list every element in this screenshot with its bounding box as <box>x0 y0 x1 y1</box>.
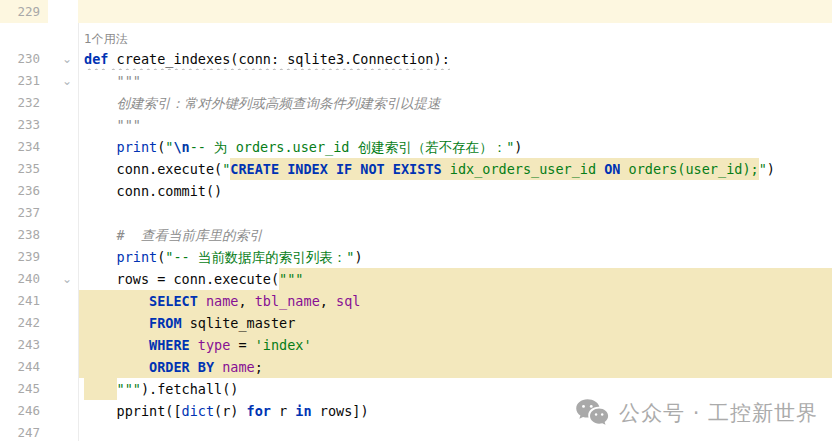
line-number[interactable]: 241 <box>0 290 48 312</box>
line-number[interactable]: 238 <box>0 224 48 246</box>
code-line: 241 SELECT name, tbl_name, sql <box>0 290 832 312</box>
line-number[interactable]: 236 <box>0 180 48 202</box>
fold-gutter <box>48 136 78 158</box>
code-token <box>190 334 198 356</box>
code-token: name <box>206 290 239 312</box>
code-text[interactable]: # 查看当前库里的索引 <box>78 224 832 246</box>
code-text[interactable]: print("\n-- 为 orders.user_id 创建索引（若不存在）：… <box>78 136 832 158</box>
code-token: 创建索引：常对外键列或高频查询条件列建索引以提速 <box>84 92 441 114</box>
code-token: ) <box>354 246 362 268</box>
code-token: orders(user_id); <box>620 158 758 180</box>
line-number[interactable]: 239 <box>0 246 48 268</box>
code-token: def <box>84 48 108 70</box>
fold-gutter <box>48 422 78 441</box>
code-text[interactable]: conn.execute("CREATE INDEX IF NOT EXISTS… <box>78 158 832 180</box>
code-token: ( <box>157 246 165 268</box>
weak-warning-underline: def create_indexes(conn: sqlite3.Connect… <box>84 48 450 70</box>
code-text[interactable]: """).fetchall() <box>78 378 832 400</box>
code-token: "-- 当前数据库的索引列表：" <box>165 246 354 268</box>
line-number[interactable]: 244 <box>0 356 48 378</box>
code-token: " <box>165 136 173 158</box>
code-token: CREATE INDEX IF NOT EXISTS <box>230 158 441 180</box>
code-line: 244 ORDER BY name; <box>0 356 832 378</box>
line-number[interactable]: 243 <box>0 334 48 356</box>
code-token: conn.commit() <box>84 180 222 202</box>
wechat-icon <box>575 398 609 427</box>
code-line: 231⌄ """ <box>0 70 832 92</box>
code-token: for <box>247 400 271 422</box>
line-number[interactable]: 247 <box>0 422 48 441</box>
line-number[interactable]: 242 <box>0 312 48 334</box>
code-line: 245 """).fetchall() <box>0 378 832 400</box>
code-editor: 2291个用法230⌄def create_indexes(conn: sqli… <box>0 0 832 441</box>
code-text[interactable]: def create_indexes(conn: sqlite3.Connect… <box>78 48 832 70</box>
code-token: , <box>238 290 254 312</box>
code-token: , <box>320 290 336 312</box>
code-token <box>84 136 117 158</box>
line-number[interactable]: 240 <box>0 268 48 290</box>
code-text[interactable]: WHERE type = 'index' <box>78 334 832 356</box>
code-text[interactable] <box>78 0 832 23</box>
code-text[interactable]: conn.commit() <box>78 180 832 202</box>
watermark: 公众号 · 工控新世界 <box>575 398 818 427</box>
code-line: 1个用法 <box>0 23 832 48</box>
line-number[interactable]: 237 <box>0 202 48 224</box>
fold-gutter <box>48 202 78 224</box>
code-text[interactable]: print("-- 当前数据库的索引列表：") <box>78 246 832 268</box>
code-line: 233 """ <box>0 114 832 136</box>
fold-gutter <box>48 334 78 356</box>
code-text[interactable]: """ <box>78 114 832 136</box>
line-number[interactable]: 246 <box>0 400 48 422</box>
code-text[interactable]: rows = conn.execute(""" <box>78 268 832 290</box>
code-token: ).fetchall() <box>141 378 239 400</box>
fold-gutter <box>48 224 78 246</box>
code-text[interactable]: FROM sqlite_master <box>78 312 832 334</box>
code-line: 242 FROM sqlite_master <box>0 312 832 334</box>
fold-gutter <box>48 246 78 268</box>
fold-chevron-icon[interactable]: ⌄ <box>48 48 78 70</box>
code-text[interactable]: """ <box>78 70 832 92</box>
code-token: """ <box>84 70 141 92</box>
code-token: ( <box>157 136 165 158</box>
code-token <box>84 246 117 268</box>
watermark-text: 公众号 · 工控新世界 <box>619 399 818 427</box>
code-line: 237 <box>0 202 832 224</box>
code-token: # 查看当前库里的索引 <box>84 224 262 246</box>
code-token: pprint([ <box>84 400 182 422</box>
line-number[interactable]: 229 <box>0 0 48 23</box>
code-line: 239 print("-- 当前数据库的索引列表：") <box>0 246 832 268</box>
usage-hint-label[interactable]: 1个用法 <box>84 23 128 48</box>
code-token: 'index' <box>255 334 312 356</box>
code-token: idx_orders_user_id <box>442 158 605 180</box>
code-token: print <box>117 246 158 268</box>
line-number[interactable]: 245 <box>0 378 48 400</box>
code-token: (r) <box>214 400 247 422</box>
code-token: WHERE <box>149 334 190 356</box>
code-token: ) <box>514 136 522 158</box>
fold-gutter <box>48 312 78 334</box>
code-token <box>84 290 149 312</box>
usage-hint[interactable]: 1个用法 <box>78 23 832 48</box>
code-lines: 2291个用法230⌄def create_indexes(conn: sqli… <box>0 0 832 441</box>
code-token: sqlite_master <box>182 312 296 334</box>
line-number[interactable]: 235 <box>0 158 48 180</box>
code-text[interactable]: SELECT name, tbl_name, sql <box>78 290 832 312</box>
line-number[interactable]: 232 <box>0 92 48 114</box>
code-token: dict <box>182 400 215 422</box>
code-token <box>84 378 117 400</box>
code-token <box>84 312 149 334</box>
line-number[interactable]: 230 <box>0 48 48 70</box>
code-text[interactable]: ORDER BY name; <box>78 356 832 378</box>
line-number[interactable]: 234 <box>0 136 48 158</box>
code-text[interactable]: 创建索引：常对外键列或高频查询条件列建索引以提速 <box>78 92 832 114</box>
fold-chevron-icon[interactable]: ⌄ <box>48 70 78 92</box>
code-text[interactable] <box>78 202 832 224</box>
line-number[interactable]: 233 <box>0 114 48 136</box>
line-number[interactable]: 231 <box>0 70 48 92</box>
code-token: SELECT <box>149 290 198 312</box>
fold-chevron-icon[interactable]: ⌄ <box>48 268 78 290</box>
fold-gutter <box>48 378 78 400</box>
code-token: rows = conn.execute( <box>84 268 279 290</box>
code-token: """ <box>117 378 141 400</box>
code-token: tbl_name <box>255 290 320 312</box>
